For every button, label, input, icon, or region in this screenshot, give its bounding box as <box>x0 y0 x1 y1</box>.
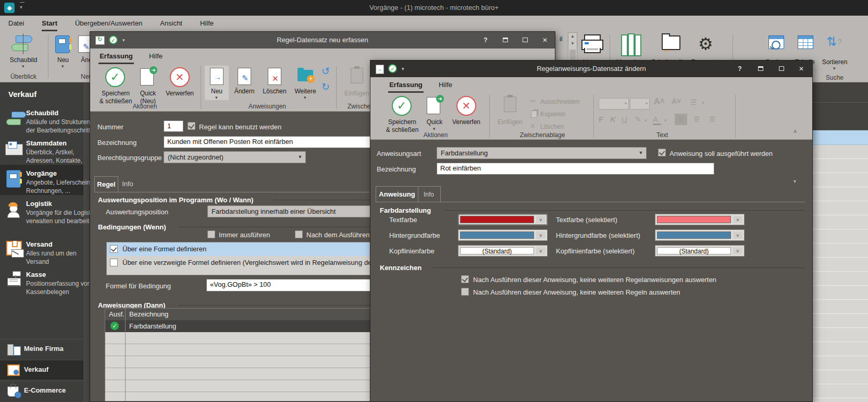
speichern-schliessen-button[interactable]: ✓ Speichern & schließen <box>101 67 131 106</box>
verzweigte-formel-checkbox[interactable] <box>110 259 118 266</box>
quick-button[interactable]: ➜ Quick ▾ <box>421 95 448 135</box>
chevron-down-icon: ˅ <box>536 216 545 223</box>
sidebar-item-versand[interactable]: Versand Alles rund um den Versand <box>0 236 83 266</box>
kennzeichen-checkbox-1[interactable] <box>461 275 469 283</box>
align-center-button: ☰ <box>690 114 703 125</box>
scroll-up-icon[interactable]: ▲ <box>568 33 577 40</box>
tab-hilfe[interactable]: Hilfe <box>144 48 167 64</box>
tab-erfassung[interactable]: Erfassung <box>96 48 136 64</box>
dialog-regel-titlebar[interactable]: ↻ ✓ ▾ Regel-Datensatz neu erfassen ? ✕ <box>90 32 555 48</box>
delete-x-icon: ✕ <box>530 122 536 130</box>
book-icon <box>55 35 70 53</box>
textfarbe-dropdown[interactable]: ˅ <box>458 214 548 225</box>
vorgaenge-table-strip[interactable] <box>813 82 868 402</box>
verwerfen-button[interactable]: ✕ Verwerfen <box>163 67 196 106</box>
tab-erfassung[interactable]: Erfassung <box>386 77 426 93</box>
tab-info[interactable]: Info <box>117 176 138 192</box>
list-format-icon: ☰ <box>690 98 697 106</box>
dialog-regelanweisung: → ✓ ▾ Regelanweisungs-Datensatz ändern ?… <box>370 60 813 402</box>
table-selected-row[interactable] <box>813 130 868 145</box>
app-window: ◆ ▾ Vorgänge - (1) microtech - microtech… <box>0 0 868 402</box>
chevron-down-icon: ▾ <box>22 64 24 69</box>
scroll-down-icon[interactable]: ▼ <box>568 40 577 47</box>
chevron-down-icon: ˅ <box>536 232 545 239</box>
speichern-schliessen-button[interactable]: ✓ Speichern & schließen <box>387 95 417 135</box>
loeschen-anweisung-button[interactable]: ✕ Löschen <box>260 66 289 100</box>
chevron-down-icon: ˅ <box>733 216 742 223</box>
tab-hilfe[interactable]: Hilfe <box>434 77 457 93</box>
kopflinienfarbe-dropdown[interactable]: (Standard) ˅ <box>458 245 548 257</box>
hintergrundfarbe-dropdown[interactable]: ˅ <box>458 229 548 241</box>
envelope-icon <box>11 249 24 258</box>
sidebar-item-stammdaten[interactable]: Stammdaten Überblick, Artikel, Adressen,… <box>0 135 83 165</box>
building-icon <box>7 344 14 356</box>
kennzeichen-checkbox-2[interactable] <box>461 288 469 296</box>
maximize-button[interactable] <box>520 35 530 45</box>
group-label-anweisungen: Anweisungen <box>210 103 325 110</box>
expander-chevron-icon[interactable]: ▾ <box>793 178 796 184</box>
bezeichnung-input[interactable]: Rot einfärben <box>437 163 714 175</box>
help-button[interactable]: ? <box>735 64 745 74</box>
move-up-icon: ↺ <box>321 65 330 77</box>
menu-datei[interactable]: Datei <box>8 16 24 31</box>
globe-icon <box>15 392 21 398</box>
discard-x-icon: ✕ <box>456 96 476 116</box>
menu-uebergeben[interactable]: Übergeben/Auswerten <box>75 16 142 31</box>
maximize-button[interactable] <box>777 64 786 74</box>
group-label-text: Text <box>641 131 683 139</box>
menu-hilfe[interactable]: Hilfe <box>200 16 214 31</box>
sidebar-item-kasse[interactable]: Kasse Positionserfassung von Kassenbeleg… <box>0 266 83 297</box>
menu-start[interactable]: Start <box>42 16 57 31</box>
weitere-button[interactable]: + Weitere ▾ <box>291 66 319 100</box>
aendern-anweisung-button[interactable]: ✎ Ändern <box>231 66 258 100</box>
neu-anweisung-button[interactable]: → Neu ▾ <box>205 66 229 100</box>
close-button[interactable]: ✕ <box>797 64 806 74</box>
restore-window-button[interactable] <box>756 64 765 74</box>
kopflinienfarbe-selektiert-dropdown[interactable]: (Standard) ˅ <box>655 245 745 257</box>
sidebar-item-ecommerce[interactable]: E-Commerce <box>0 381 83 400</box>
chevron-down-icon: ▾ <box>61 64 64 69</box>
textfarbe-selektiert-dropdown[interactable]: ˅ <box>655 214 745 225</box>
font-decrease-icon: A˅ <box>672 97 681 105</box>
tab-regel[interactable]: Regel <box>94 176 118 192</box>
sidebar-item-verkauf[interactable]: Verkauf <box>0 360 83 380</box>
chevron-down-icon: ▾ <box>833 66 836 71</box>
formel-checkbox[interactable] <box>110 245 118 253</box>
align-right-button: ☰ <box>706 114 718 125</box>
sortieren-button[interactable]: ⇅ ? Sortieren ▾ <box>819 33 850 71</box>
dialog-regelanweisung-titlebar[interactable]: → ✓ ▾ Regelanweisungs-Datensatz ändern ?… <box>370 60 812 77</box>
restore-window-button[interactable] <box>501 35 510 45</box>
nach-ausfuehren-checkbox[interactable] <box>295 230 303 238</box>
close-button[interactable]: ✕ <box>540 35 550 45</box>
cash-register-icon <box>6 271 21 287</box>
anweisung-ausfuehren-checkbox[interactable] <box>658 149 666 156</box>
move-up-down-buttons[interactable]: ↺ ↻ <box>321 65 333 100</box>
sidebar-item-logistik[interactable]: Logistik Vorgänge für die Logist verwalt… <box>0 195 83 227</box>
berechtigungsgruppe-dropdown[interactable]: (Nicht zugeordnet)▼ <box>164 151 306 163</box>
discard-x-icon: ✕ <box>170 67 190 87</box>
quick-neu-button[interactable]: ➜ Quick (Neu) <box>135 67 161 106</box>
quick-badge-icon: ➜ <box>436 95 444 103</box>
anweisungsart-dropdown[interactable]: Farbdarstellung▼ <box>437 147 647 159</box>
neu-button[interactable]: Neu ▾ <box>52 33 74 71</box>
dialog-regelanweisung-title: Regelanweisungs-Datensatz ändern <box>370 65 812 72</box>
tab-anweisung[interactable]: Anweisung <box>376 186 418 202</box>
font-size-combobox: ▾ <box>630 98 650 109</box>
font-increase-icon: A˄ <box>654 97 665 106</box>
verwerfen-button[interactable]: ✕ Verwerfen <box>450 95 483 135</box>
regel-benutzt-checkbox[interactable] <box>188 122 195 130</box>
immer-ausfuehren-checkbox[interactable] <box>207 230 215 238</box>
text-format-group: ▾ ▾ A˄ A˅ ☰ ▾ F K U ✎ ▾ A ▾ ☰ ☰ ☰ <box>599 96 797 138</box>
schaubild-button[interactable]: Schaubild ▾ <box>7 33 40 71</box>
sidebar-item-schaubild[interactable]: Schaubild Abläufe und Strukturen der Bea… <box>0 104 83 135</box>
font-family-combobox: ▾ <box>599 98 629 109</box>
collapse-ribbon-icon[interactable]: ˄ <box>793 128 797 135</box>
sidebar-item-meine-firma[interactable]: Meine Firma <box>0 339 83 359</box>
sidebar-item-vorgaenge[interactable]: Vorgänge Angebote, Lieferschein Rechnung… <box>0 165 83 195</box>
document-edit-icon: ✎ <box>238 68 251 85</box>
help-button[interactable]: ? <box>481 35 490 45</box>
nummer-input[interactable]: 1 <box>164 120 183 132</box>
tab-info[interactable]: Info <box>417 186 441 202</box>
hintergrundfarbe-selektiert-dropdown[interactable]: ˅ <box>655 229 745 241</box>
menu-ansicht[interactable]: Ansicht <box>160 16 182 31</box>
